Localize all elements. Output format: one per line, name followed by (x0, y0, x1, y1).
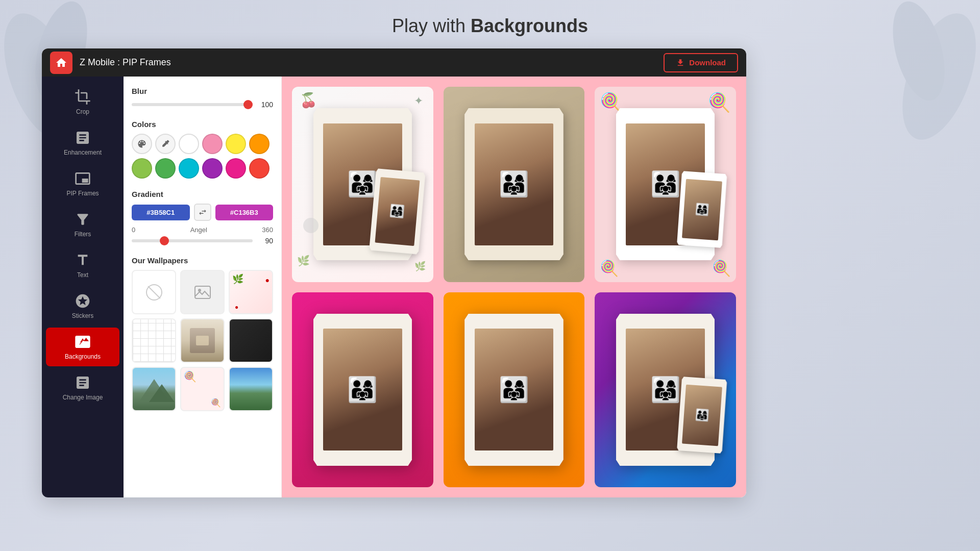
wallpaper-lollipop[interactable]: 🍭 🍭 (180, 367, 225, 411)
canvas-card-6[interactable]: 👨‍👩‍👧 👨‍👩‍👧 (595, 292, 736, 488)
crop-icon (75, 89, 91, 105)
sidebar-item-change-image[interactable]: Change Image (46, 368, 119, 407)
gradient-angle-max: 360 (262, 226, 273, 234)
color-yellow[interactable] (226, 134, 246, 154)
text-icon (75, 252, 91, 268)
canvas-card-5[interactable]: 👨‍👩‍👧 (444, 292, 585, 488)
page-title: Play with Backgrounds (392, 15, 588, 37)
canvas-card-2[interactable]: 👨‍👩‍👧 (444, 87, 585, 282)
blur-slider-container: 100 (132, 101, 273, 109)
sidebar-item-stickers-label: Stickers (72, 312, 94, 319)
image-picker-icon (192, 282, 213, 303)
color-green[interactable] (155, 158, 176, 179)
wallpapers-label: Our Wallpapers (132, 256, 273, 265)
home-button[interactable] (50, 52, 72, 74)
download-button[interactable]: Download (664, 53, 738, 72)
change-image-icon (75, 374, 91, 391)
wallpaper-room[interactable] (180, 318, 225, 363)
color-red[interactable] (249, 158, 270, 179)
sidebar-item-crop[interactable]: Crop (46, 83, 119, 121)
title-bar: Z Mobile : PIP Frames Download (42, 48, 746, 77)
sidebar-item-text[interactable]: Text (46, 246, 119, 285)
svg-point-3 (884, 0, 954, 106)
filters-icon (75, 211, 91, 228)
gradient-angle-min: 0 (132, 226, 135, 234)
svg-rect-6 (195, 286, 210, 298)
eyedropper-tool[interactable] (155, 134, 176, 154)
gradient-color1-button[interactable]: #3B58C1 (132, 205, 190, 220)
mountains-thumb-svg (134, 374, 175, 405)
palette-tool[interactable] (132, 134, 152, 154)
wallpaper-mountains[interactable] (132, 367, 176, 411)
sidebar-item-stickers[interactable]: Stickers (46, 287, 119, 325)
colors-label: Colors (132, 120, 273, 129)
sidebar-item-backgrounds[interactable]: Backgrounds (46, 328, 119, 366)
canvas-card-4[interactable]: 👨‍👩‍👧 (292, 292, 433, 488)
gradient-section: Gradient #3B58C1 #C136B3 0 (132, 190, 273, 245)
gradient-color2-button[interactable]: #C136B3 (215, 205, 274, 220)
blur-label: Blur (132, 87, 273, 95)
palette-icon (137, 139, 147, 149)
main-content: Crop Enhancement PIP Frames Filters (42, 77, 746, 497)
blur-section: Blur 100 (132, 87, 273, 109)
no-image-icon (144, 282, 164, 303)
wallpaper-image-picker[interactable] (180, 270, 225, 314)
wallpapers-grid: 🌿 ● ● (132, 270, 273, 411)
download-icon (676, 58, 685, 67)
sidebar-item-enhancement[interactable]: Enhancement (46, 123, 119, 162)
colors-section: Colors (132, 120, 273, 179)
sidebar: Crop Enhancement PIP Frames Filters (42, 77, 124, 497)
gradient-swap-button[interactable] (194, 204, 211, 221)
color-purple[interactable] (202, 158, 223, 179)
blur-value: 100 (258, 101, 273, 109)
gradient-label: Gradient (132, 190, 273, 198)
gradient-angle-value: 90 (258, 237, 273, 245)
app-title: Z Mobile : PIP Frames (80, 57, 664, 68)
gradient-angle-slider[interactable] (132, 239, 253, 242)
color-green-light[interactable] (132, 158, 152, 179)
canvas-card-3[interactable]: 🍭 🍭 🍭 🍭 👨‍👩‍👧 👨‍👩‍👧 (595, 87, 736, 282)
control-panel: Blur 100 Colors (124, 77, 282, 497)
sidebar-item-enhancement-label: Enhancement (64, 149, 102, 156)
svg-line-5 (148, 286, 160, 298)
gradient-colors-row: #3B58C1 #C136B3 (132, 204, 273, 221)
canvas-card-1[interactable]: 🍒 ✦ 🌿 🌿 👨‍👩‍👧 👨‍👩‍👧 (292, 87, 433, 282)
gradient-angle-label: Angel (190, 226, 207, 234)
wallpaper-dark[interactable] (229, 318, 273, 363)
color-white[interactable] (179, 134, 199, 154)
sidebar-item-filters-label: Filters (75, 231, 91, 238)
gradient-info: 0 Angel 360 (132, 226, 273, 234)
color-cyan[interactable] (179, 158, 199, 179)
wallpaper-grid[interactable] (132, 318, 176, 363)
app-window: Z Mobile : PIP Frames Download Crop Enha… (42, 48, 746, 497)
colors-swatches-row2 (132, 158, 273, 179)
colors-tools-row (132, 134, 273, 154)
canvas-area: 🍒 ✦ 🌿 🌿 👨‍👩‍👧 👨‍👩‍👧 (282, 77, 746, 497)
home-icon (55, 57, 67, 69)
sidebar-item-text-label: Text (77, 271, 88, 279)
sidebar-item-pip-frames[interactable]: PIP Frames (46, 164, 119, 203)
sidebar-item-backgrounds-label: Backgrounds (65, 353, 101, 360)
enhancement-icon (75, 130, 91, 146)
gradient-angle-slider-container: 90 (132, 237, 273, 245)
color-magenta[interactable] (226, 158, 246, 179)
eyedropper-icon (160, 139, 170, 149)
sidebar-item-crop-label: Crop (76, 108, 89, 115)
sidebar-item-pip-label: PIP Frames (66, 190, 99, 197)
wallpaper-nature[interactable] (229, 367, 273, 411)
color-orange[interactable] (249, 134, 270, 154)
wallpapers-section: Our Wallpapers (132, 256, 273, 411)
sidebar-item-change-label: Change Image (63, 394, 103, 401)
backgrounds-icon (75, 334, 91, 350)
sidebar-item-filters[interactable]: Filters (46, 205, 119, 244)
stickers-icon (75, 293, 91, 309)
swap-icon (198, 208, 207, 217)
blur-slider[interactable] (132, 103, 253, 106)
svg-point-2 (888, 4, 980, 149)
color-pink[interactable] (202, 134, 223, 154)
wallpaper-floral[interactable]: 🌿 ● ● (229, 270, 273, 314)
pip-frames-icon (75, 170, 91, 187)
wallpaper-none[interactable] (132, 270, 176, 314)
